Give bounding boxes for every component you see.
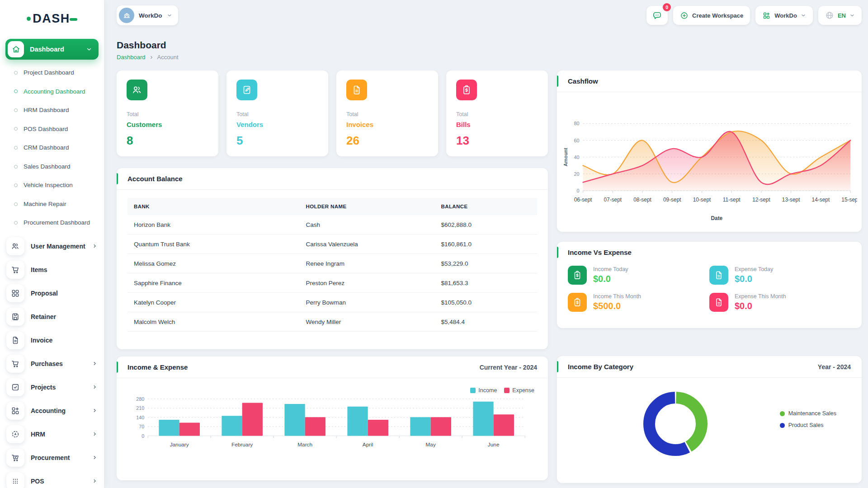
table-cell: Melissa Gomez (127, 254, 300, 273)
stat-name: Bills (456, 121, 538, 128)
chevron-right-icon (92, 455, 98, 460)
table-row[interactable]: Malcolm WelchWendy Miller$5,484.4 (127, 312, 537, 332)
svg-text:May: May (426, 441, 436, 448)
svg-text:13-sept: 13-sept (782, 197, 800, 203)
chevron-right-icon (92, 361, 98, 366)
chevron-right-icon (149, 55, 154, 60)
stat-name: Invoices (346, 121, 428, 128)
cart-icon (6, 355, 24, 373)
table-row[interactable]: Katelyn CooperPerry Bowman$105,050.0 (127, 293, 537, 312)
card-header: Income Vs Expense (557, 242, 862, 263)
table-row[interactable]: Horizon BankCash$602,888.0 (127, 215, 537, 235)
circle-bullet-icon (14, 71, 18, 75)
legend-label: Expense (512, 387, 534, 394)
card-title: Cashflow (568, 77, 598, 85)
sidebar-item[interactable]: Proposal (6, 284, 98, 303)
sidebar-subitem[interactable]: Procurement Dashboard (0, 213, 104, 232)
table-cell: $5,484.4 (434, 312, 537, 332)
stat-value: 13 (456, 134, 538, 148)
legend-entry: Income (470, 387, 497, 394)
sidebar-item[interactable]: Projects (6, 378, 98, 397)
stat-card: Total Invoices 26 (336, 70, 438, 156)
account-balance-table: BANKHOLDER NAMEBALANCE Horizon BankCash$… (127, 198, 537, 332)
legend-entry: Product Sales (780, 422, 836, 428)
sidebar-item[interactable]: Invoice (6, 331, 98, 350)
sidebar-item-label: Purchases (31, 360, 85, 367)
svg-text:February: February (231, 441, 253, 448)
topbar: WorkDo 0 Create Workspace (117, 5, 862, 26)
sidebar-subitem[interactable]: Accounting Dashboard (0, 82, 104, 101)
sidebar-item-label: Projects (31, 384, 85, 391)
sidebar-item[interactable]: Purchases (6, 354, 98, 373)
notifications-button[interactable]: 0 (646, 6, 668, 25)
table-cell: Katelyn Cooper (127, 293, 300, 312)
plus-circle-icon (680, 11, 689, 20)
sidebar-subitem[interactable]: HRM Dashboard (0, 101, 104, 120)
income-vs-expense-item: Income This Month $500.0 (568, 293, 709, 312)
table-cell: Cash (300, 215, 435, 235)
column-header: HOLDER NAME (300, 198, 435, 215)
sidebar-subitem[interactable]: Machine Repair (0, 195, 104, 214)
sidebar-item[interactable]: Accounting (6, 401, 98, 420)
app-root: DASH Dashboard Project Dashboard Account… (0, 0, 868, 488)
sidebar-item-label: Accounting (31, 407, 85, 414)
page-title: Dashboard (117, 40, 862, 51)
table-row[interactable]: Melissa GomezRenee Ingram$53,229.0 (127, 254, 537, 273)
svg-text:April: April (363, 441, 373, 448)
legend-entry: Maintenance Sales (780, 410, 836, 417)
sidebar-item[interactable]: HRM (6, 425, 98, 444)
sidebar-item-dashboard[interactable]: Dashboard (5, 39, 99, 60)
sidebar-item[interactable]: Procurement (6, 448, 98, 467)
sidebar-subitem[interactable]: Sales Dashboard (0, 157, 104, 176)
sidebar-item[interactable]: Items (6, 260, 98, 279)
stat-value: 5 (236, 134, 318, 148)
language-button[interactable]: EN (818, 6, 862, 25)
legend-label: Maintenance Sales (788, 410, 836, 417)
stat-total-label: Total (346, 111, 428, 117)
income-vs-expense-item: Income Today $0.0 (568, 266, 709, 285)
sidebar-subitem[interactable]: CRM Dashboard (0, 138, 104, 157)
svg-text:80: 80 (574, 121, 580, 126)
sidebar-subitem-label: Vehicle Inspection (24, 181, 73, 189)
table-cell: $602,888.0 (434, 215, 537, 235)
breadcrumb-dashboard[interactable]: Dashboard (117, 54, 146, 61)
sidebar-subitem[interactable]: Project Dashboard (0, 63, 104, 82)
sidebar-item[interactable]: POS (6, 472, 98, 488)
create-workspace-button[interactable]: Create Workspace (673, 6, 750, 25)
sidebar-subitem[interactable]: POS Dashboard (0, 120, 104, 139)
svg-text:Date: Date (711, 215, 722, 221)
table-row[interactable]: Quantum Trust BankCarissa Valenzuela$160… (127, 235, 537, 254)
sidebar-item-label: Proposal (31, 290, 98, 297)
circle-bullet-icon (14, 108, 18, 112)
table-cell: Carissa Valenzuela (300, 235, 435, 254)
svg-text:10-sept: 10-sept (693, 197, 711, 203)
workspace-switcher[interactable]: WorkDo (117, 5, 178, 25)
sidebar-item-label: HRM (31, 431, 85, 438)
sidebar-item[interactable]: User Management (6, 237, 98, 256)
svg-text:Amount: Amount (563, 148, 568, 166)
workdo-apps-button[interactable]: WorkDo (755, 6, 813, 25)
card-header: Income & Expense Current Year - 2024 (117, 357, 548, 378)
file-icon (346, 80, 367, 100)
sidebar-subitem[interactable]: Vehicle Inspection (0, 176, 104, 195)
workdo-button-label: WorkDo (774, 12, 797, 19)
dots-grid-icon (6, 472, 24, 488)
table-row[interactable]: Sapphire FinancePreston Perez$81,653.3 (127, 273, 537, 293)
ive-item-value: $0.0 (735, 301, 786, 311)
income-by-category-card: Income By Category Year - 2024 Maintenan… (557, 356, 862, 483)
right-column: Cashflow 02040608006-sept07-sept08-sept0… (557, 70, 862, 483)
sidebar-subitem-label: HRM Dashboard (24, 106, 69, 114)
users-icon (127, 80, 147, 100)
table-cell: Malcolm Welch (127, 312, 300, 332)
circle-bullet-icon (14, 202, 18, 206)
svg-text:70: 70 (139, 424, 144, 429)
circle-bullet-icon (14, 221, 18, 225)
sidebar-item-label: POS (31, 478, 85, 485)
chevron-down-icon (849, 13, 855, 18)
chevron-right-icon (92, 408, 98, 413)
svg-text:40: 40 (574, 155, 580, 160)
brand-logo[interactable]: DASH (0, 0, 104, 37)
circle-bullet-icon (14, 127, 18, 131)
sidebar-item-label: User Management (31, 243, 85, 250)
sidebar-item[interactable]: Retainer (6, 307, 98, 326)
